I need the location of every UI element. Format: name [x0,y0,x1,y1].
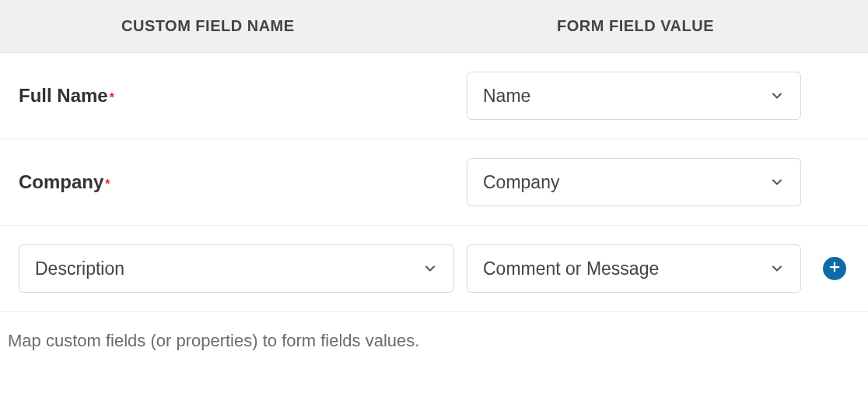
select-full-name-value[interactable]: Name [467,72,801,120]
mapping-row-full-name: Full Name* Name [0,53,868,139]
label-full-name: Full Name [19,85,108,106]
table-header-row: CUSTOM FIELD NAME FORM FIELD VALUE [0,0,868,53]
mapping-row-custom: Description Comment or Message [0,226,868,312]
chevron-down-icon [769,261,785,276]
plus-circle-icon [828,260,842,277]
chevron-down-icon [769,174,785,190]
select-value: Company [483,172,559,193]
header-form-field-value: FORM FIELD VALUE [467,17,809,35]
required-marker: * [105,177,110,191]
select-company-value[interactable]: Company [467,158,801,206]
select-custom-value[interactable]: Comment or Message [467,244,801,293]
label-company: Company [19,171,103,192]
select-value: Comment or Message [483,258,659,279]
footer-help-text: Map custom fields (or properties) to for… [0,312,868,370]
mapping-row-company: Company* Company [0,139,868,226]
required-marker: * [110,91,114,104]
add-mapping-button[interactable] [823,257,846,280]
select-custom-field[interactable]: Description [19,244,454,293]
header-custom-field-name: CUSTOM FIELD NAME [19,17,467,35]
select-value: Name [483,86,530,107]
chevron-down-icon [769,88,785,104]
select-value: Description [35,258,124,279]
chevron-down-icon [422,261,438,276]
